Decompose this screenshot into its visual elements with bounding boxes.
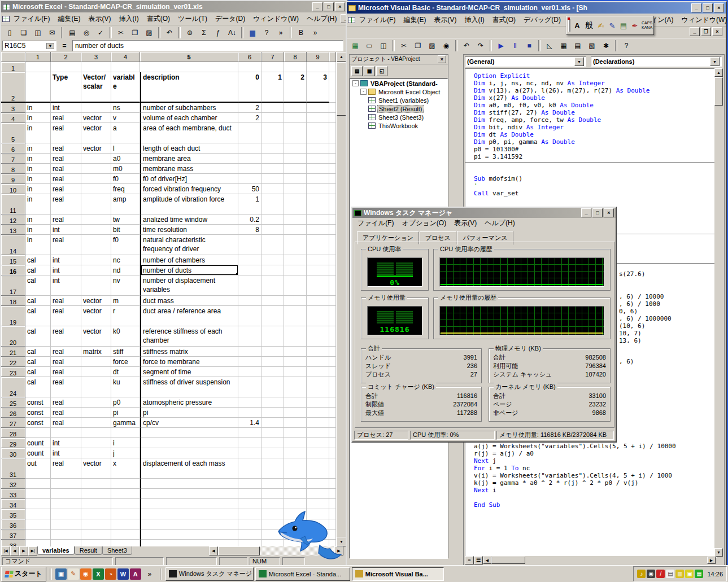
menu-item[interactable]: デバッグ(D) <box>520 14 565 27</box>
cell[interactable] <box>238 377 261 397</box>
row-header[interactable]: 32 <box>1 479 25 489</box>
cell[interactable] <box>81 530 111 540</box>
cell[interactable] <box>284 367 307 377</box>
cell[interactable] <box>284 438 307 448</box>
cell[interactable] <box>81 62 111 72</box>
cell[interactable] <box>81 367 111 377</box>
row-header[interactable]: 29 <box>1 438 25 448</box>
row-header[interactable]: 20 <box>1 326 25 347</box>
cell[interactable] <box>307 428 329 438</box>
chart-wizard-icon[interactable]: ▆ <box>246 27 259 39</box>
cell[interactable] <box>81 540 111 546</box>
vba-minimize-button[interactable]: _ <box>691 3 701 12</box>
row-header[interactable]: 6 <box>1 143 25 154</box>
row-header[interactable]: 15 <box>1 255 25 265</box>
cell[interactable] <box>307 143 329 154</box>
ime-drag-handle[interactable] <box>568 19 570 32</box>
cell[interactable] <box>25 62 51 72</box>
cell[interactable]: matrix <box>81 347 111 357</box>
name-box-dropdown-icon[interactable]: ▼ <box>46 43 54 49</box>
cell[interactable] <box>140 448 238 458</box>
cell[interactable] <box>307 448 329 458</box>
column-header[interactable]: 2 <box>51 52 81 62</box>
menu-item[interactable]: 編集(E) <box>54 12 84 25</box>
help-icon[interactable]: ? <box>620 40 633 52</box>
cell[interactable]: in <box>25 154 51 164</box>
cell[interactable] <box>284 113 307 123</box>
hyperlink-icon[interactable]: ⊕ <box>183 27 197 39</box>
cell[interactable]: cal <box>25 347 51 357</box>
cell[interactable] <box>284 397 307 408</box>
cell[interactable] <box>284 62 307 72</box>
cell[interactable] <box>261 225 284 235</box>
excel-vertical-scrollbar[interactable]: ▲ ▼ <box>336 52 346 546</box>
row-header[interactable]: 21 <box>1 347 25 357</box>
cell[interactable]: 50 <box>238 184 261 194</box>
spelling-icon[interactable]: ✓ <box>94 27 107 39</box>
menu-item[interactable]: 編集(E) <box>399 14 430 27</box>
cell[interactable]: cal <box>25 265 51 275</box>
cell[interactable]: k0 <box>111 326 140 347</box>
cell[interactable]: 2 <box>284 72 307 103</box>
cell[interactable]: cal <box>25 377 51 397</box>
row-header[interactable]: 11 <box>1 194 25 215</box>
cell[interactable] <box>284 377 307 397</box>
cell[interactable]: 1.4 <box>238 418 261 428</box>
excel-maximize-button[interactable]: □ <box>324 2 334 11</box>
cell[interactable] <box>140 509 238 519</box>
column-header[interactable]: 8 <box>284 52 307 62</box>
cell[interactable] <box>238 154 261 164</box>
taskman-minimize-button[interactable]: _ <box>581 208 591 217</box>
cell[interactable] <box>261 164 284 174</box>
cell[interactable]: 3 <box>307 72 329 103</box>
row-header[interactable]: 1 <box>1 62 25 72</box>
cell[interactable]: pi <box>140 408 238 418</box>
calendar-tray-icon[interactable]: ▤ <box>666 570 674 578</box>
cell[interactable] <box>284 235 307 255</box>
row-header[interactable]: 38 <box>1 540 25 546</box>
cell[interactable] <box>25 509 51 519</box>
cell[interactable]: cp/cv <box>140 418 238 428</box>
cell[interactable]: duct area / reference area <box>140 306 238 326</box>
procedure-combo[interactable]: (Declarations) ▼ <box>591 56 722 67</box>
cell[interactable] <box>140 519 238 530</box>
paste-icon[interactable]: ▨ <box>142 27 156 39</box>
cell[interactable] <box>81 255 111 265</box>
cell[interactable]: const <box>25 418 51 428</box>
menu-item[interactable]: 挿入(I) <box>460 14 488 27</box>
cell[interactable]: f0 <box>111 235 140 255</box>
row-header[interactable]: 2 <box>1 72 25 103</box>
cell[interactable] <box>81 225 111 235</box>
cell[interactable]: dt <box>111 367 140 377</box>
menu-item[interactable]: ヘルプ(H) <box>303 12 341 25</box>
ime-word-register-icon[interactable]: ▤ <box>618 20 629 31</box>
cell[interactable]: l <box>111 143 140 154</box>
cut-icon[interactable]: ✂ <box>114 27 128 39</box>
cell[interactable] <box>284 123 307 143</box>
row-header[interactable]: 33 <box>1 489 25 499</box>
cell[interactable] <box>307 184 329 194</box>
ime-properties-icon[interactable]: ✒ <box>630 20 640 31</box>
cell[interactable]: membrane area <box>140 154 238 164</box>
cell[interactable]: reference stiffness of each chamber <box>140 326 238 347</box>
cell[interactable]: bit <box>111 225 140 235</box>
cell[interactable]: x <box>111 458 140 479</box>
cell[interactable]: int <box>51 265 81 275</box>
menu-item[interactable]: ファイル(F) <box>10 12 54 25</box>
cell[interactable] <box>238 143 261 154</box>
cell[interactable] <box>261 62 284 72</box>
cell[interactable] <box>238 347 261 357</box>
cell[interactable] <box>81 235 111 255</box>
module-view-icon[interactable]: ☰ <box>474 556 483 565</box>
cell[interactable]: real <box>51 418 81 428</box>
vba-titlebar[interactable]: Microsoft Visual Basic - Standard-MCAP-C… <box>347 2 726 14</box>
cell[interactable]: Type <box>51 72 81 103</box>
scroll-right-icon[interactable]: ▶ <box>707 557 716 564</box>
excel-hscroll-thumb[interactable] <box>218 546 260 555</box>
new-icon[interactable]: ▯ <box>3 27 16 39</box>
row-header[interactable]: 9 <box>1 174 25 184</box>
cell[interactable] <box>261 255 284 265</box>
formula-input[interactable]: number of ducts <box>72 40 343 51</box>
cell[interactable] <box>238 123 261 143</box>
cell[interactable]: amplitude of vibration force <box>140 194 238 215</box>
